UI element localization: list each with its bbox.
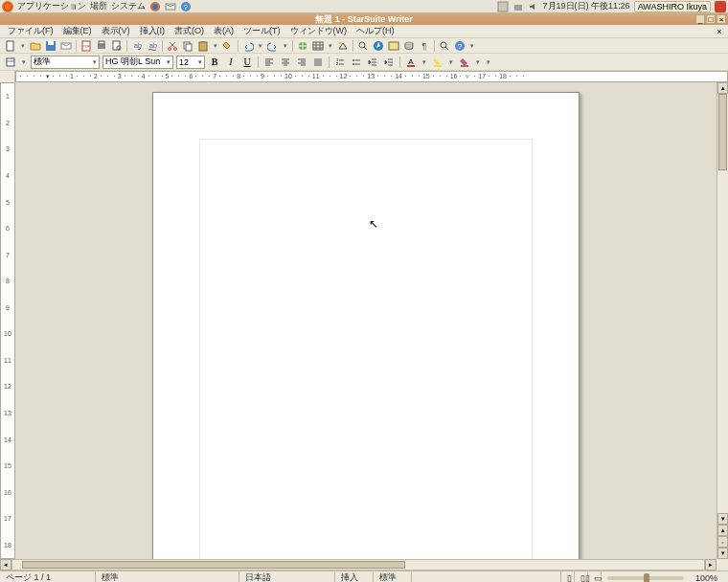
scroll-up-icon[interactable]: ▴ — [717, 82, 728, 94]
align-left-icon[interactable] — [262, 56, 276, 69]
menu-tools[interactable]: ツール(T) — [239, 25, 284, 37]
maximize-button[interactable]: □ — [706, 14, 716, 24]
zoom-slider[interactable] — [607, 576, 684, 580]
decrease-indent-icon[interactable] — [366, 56, 379, 69]
paste-dropdown[interactable]: ▾ — [212, 42, 219, 50]
cut-icon[interactable] — [166, 39, 179, 53]
horizontal-scrollbar[interactable]: ◂ ▸ — [0, 559, 728, 571]
font-color-icon[interactable]: A — [404, 56, 418, 69]
menu-window[interactable]: ウィンドウ(W) — [286, 25, 352, 37]
underline-button[interactable]: U — [240, 56, 254, 69]
table-dropdown[interactable]: ▾ — [327, 42, 334, 50]
zoom-thumb[interactable] — [644, 573, 649, 583]
gnome-user[interactable]: AWASHIRO Ikuya — [634, 1, 711, 12]
undo-icon[interactable] — [241, 39, 255, 53]
autospell-icon[interactable]: ab — [146, 39, 159, 53]
new-doc-dropdown[interactable]: ▾ — [19, 42, 27, 50]
tray-icon-1[interactable] — [497, 1, 509, 12]
gnome-applications[interactable]: アプリケーション — [17, 0, 86, 12]
bg-color-dropdown[interactable]: ▾ — [474, 58, 482, 66]
h-scroll-thumb[interactable] — [22, 561, 405, 569]
undo-dropdown[interactable]: ▾ — [257, 42, 264, 50]
gnome-clock[interactable]: 7月19日(日) 午後11:26 — [543, 0, 630, 12]
help-icon[interactable]: ? — [180, 1, 192, 12]
align-right-icon[interactable] — [295, 56, 308, 69]
close-button[interactable]: × — [717, 14, 726, 24]
toolbar-overflow[interactable]: ▾ — [468, 42, 476, 50]
status-page[interactable]: ページ 1 / 1 — [0, 571, 96, 582]
print-preview-icon[interactable] — [110, 39, 124, 53]
open-icon[interactable] — [29, 39, 42, 53]
scroll-thumb[interactable] — [718, 94, 727, 170]
new-doc-icon[interactable] — [4, 39, 17, 53]
next-page-icon[interactable]: ▾ — [717, 548, 728, 559]
bold-button[interactable]: B — [208, 56, 221, 69]
align-center-icon[interactable] — [279, 56, 292, 69]
show-draw-icon[interactable] — [336, 39, 350, 53]
h-scroll-track[interactable] — [11, 559, 705, 571]
vertical-ruler[interactable]: 123 456 789 101112 131415 161718 — [0, 82, 15, 559]
save-icon[interactable] — [44, 39, 57, 53]
highlight-icon[interactable] — [431, 56, 444, 69]
hyperlink-icon[interactable] — [296, 39, 309, 53]
bullet-list-icon[interactable] — [350, 56, 363, 69]
spellcheck-icon[interactable]: ab — [130, 39, 144, 53]
paragraph-style-combo[interactable]: 標準▾ — [31, 56, 100, 69]
font-name-combo[interactable]: HG 明朝L Sun▾ — [102, 56, 173, 69]
minimize-button[interactable]: _ — [695, 14, 705, 24]
format-paintbrush-icon[interactable] — [221, 39, 235, 53]
status-zoom[interactable]: 100% — [690, 571, 728, 582]
scroll-down-icon[interactable]: ▾ — [717, 513, 728, 525]
document-viewport[interactable]: ↖ — [15, 82, 717, 559]
table-icon[interactable] — [311, 39, 325, 53]
prev-page-icon[interactable]: ▴ — [717, 525, 728, 536]
export-pdf-icon[interactable]: PDF — [80, 39, 93, 53]
document-page[interactable]: ↖ — [152, 92, 580, 559]
scroll-left-icon[interactable]: ◂ — [0, 559, 11, 571]
italic-button[interactable]: I — [224, 56, 238, 69]
doc-close-icon[interactable]: × — [715, 27, 724, 36]
status-selection[interactable]: 標準 — [374, 571, 412, 582]
nav-icon[interactable]: ◦ — [717, 536, 728, 548]
print-icon[interactable] — [95, 39, 108, 53]
view-layout-book-icon[interactable]: ▭ — [588, 571, 602, 582]
styles-window-icon[interactable] — [4, 56, 17, 69]
redo-icon[interactable] — [266, 39, 280, 53]
format-overflow[interactable]: ▾ — [485, 58, 492, 66]
menu-help[interactable]: ヘルプ(H) — [353, 25, 398, 37]
tray-network-icon[interactable] — [512, 1, 524, 12]
menu-insert[interactable]: 挿入(I) — [136, 25, 170, 37]
firefox-icon[interactable] — [149, 1, 161, 12]
gnome-places[interactable]: 場所 — [90, 0, 107, 12]
datasources-icon[interactable] — [402, 39, 416, 53]
font-size-combo[interactable]: 12▾ — [176, 56, 205, 69]
horizontal-ruler[interactable]: ・・・・ ▾・・・1・・・2・・・3・・・4・・・5・・・6・・・7・・・8・・… — [15, 71, 728, 82]
paste-icon[interactable] — [196, 39, 210, 53]
navigator-icon[interactable] — [372, 39, 385, 53]
help-button-icon[interactable]: ? — [453, 39, 466, 53]
gallery-icon[interactable] — [387, 39, 400, 53]
ubuntu-logo-icon[interactable] — [2, 1, 13, 12]
mail-icon[interactable] — [165, 1, 176, 12]
scroll-track[interactable] — [717, 94, 728, 513]
email-icon[interactable] — [59, 39, 73, 53]
increase-indent-icon[interactable] — [382, 56, 396, 69]
menu-format[interactable]: 書式(O) — [171, 25, 208, 37]
status-style[interactable]: 標準 — [96, 571, 239, 582]
copy-icon[interactable] — [181, 39, 194, 53]
nonprinting-icon[interactable]: ¶ — [418, 39, 431, 53]
menu-table[interactable]: 表(A) — [210, 25, 238, 37]
view-layout-multi-icon[interactable]: ▯▯ — [575, 571, 588, 582]
find-icon[interactable] — [356, 39, 370, 53]
number-list-icon[interactable]: 12 — [333, 56, 347, 69]
status-language[interactable]: 日本語 — [239, 571, 335, 582]
styles-dropdown[interactable]: ▾ — [20, 58, 28, 66]
logout-icon[interactable] — [715, 1, 726, 12]
menu-view[interactable]: 表示(V) — [98, 25, 134, 37]
vertical-scrollbar[interactable]: ▴ ▾ ▴ ◦ ▾ — [717, 82, 728, 559]
redo-dropdown[interactable]: ▾ — [282, 42, 289, 50]
status-insert[interactable]: 挿入 — [335, 571, 374, 582]
scroll-right-icon[interactable]: ▸ — [705, 559, 717, 571]
view-layout-single-icon[interactable]: ▯ — [561, 571, 575, 582]
menu-file[interactable]: ファイル(F) — [4, 25, 57, 37]
